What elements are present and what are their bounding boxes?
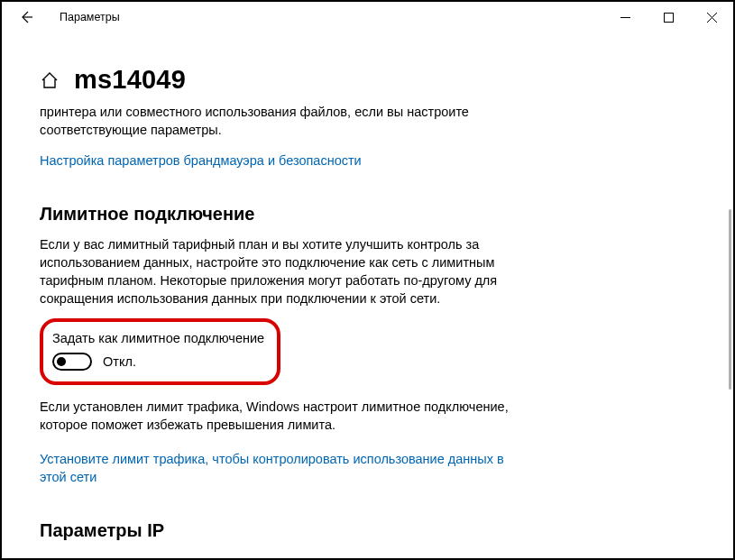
metered-toggle-label: Задать как лимитное подключение	[52, 331, 264, 345]
firewall-settings-link[interactable]: Настройка параметров брандмауэра и безоп…	[40, 151, 362, 170]
page-title: ms14049	[74, 65, 186, 95]
window-title: Параметры	[60, 11, 120, 23]
metered-section-title: Лимитное подключение	[40, 204, 724, 225]
minimize-button[interactable]	[603, 2, 647, 32]
svg-rect-0	[664, 13, 673, 22]
back-button[interactable]	[18, 9, 34, 25]
page-header: ms14049	[2, 32, 733, 102]
titlebar: Параметры	[2, 2, 733, 32]
maximize-button[interactable]	[647, 2, 690, 32]
metered-post-text: Если установлен лимит трафика, Windows н…	[40, 398, 527, 434]
metered-toggle-row: Откл.	[52, 353, 264, 371]
metered-toggle-state: Откл.	[103, 354, 136, 369]
metered-toggle[interactable]	[52, 353, 92, 371]
scrollbar-thumb[interactable]	[729, 209, 731, 390]
intro-text: принтера или совместного использования ф…	[40, 103, 527, 139]
close-button[interactable]	[690, 2, 733, 32]
set-data-limit-link[interactable]: Установите лимит трафика, чтобы контроли…	[40, 450, 527, 486]
metered-description: Если у вас лимитный тарифный план и вы х…	[40, 235, 527, 308]
highlight-annotation: Задать как лимитное подключение Откл.	[40, 318, 280, 385]
content-area: принтера или совместного использования ф…	[2, 103, 724, 556]
home-icon[interactable]	[40, 70, 60, 90]
window-controls	[603, 2, 733, 32]
ip-section-title: Параметры IP	[40, 520, 724, 541]
